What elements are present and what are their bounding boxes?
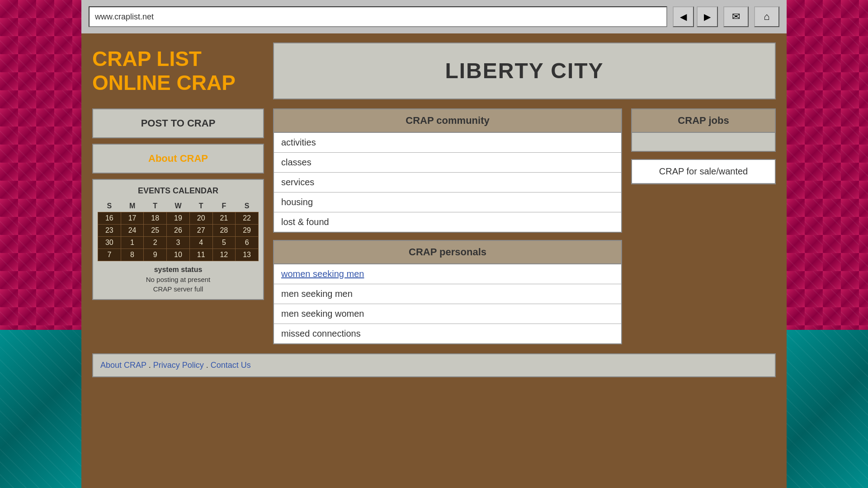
- link-classes[interactable]: classes: [274, 153, 621, 173]
- cal-cell[interactable]: 21: [212, 212, 236, 224]
- cal-cell[interactable]: 8: [121, 249, 144, 261]
- system-status-label: system status: [98, 266, 259, 274]
- table-row: 16 17 18 19 20 21 22: [98, 212, 259, 224]
- cal-cell[interactable]: 10: [167, 249, 190, 261]
- cal-day-w: W: [167, 200, 190, 212]
- right-spacer: [631, 192, 776, 344]
- jobs-spacer: [632, 133, 775, 151]
- about-button[interactable]: About CRAP: [92, 144, 264, 174]
- system-status-msg1: No posting at present: [98, 276, 259, 283]
- link-men-seeking-men[interactable]: men seeking men: [274, 284, 621, 304]
- link-lost-found[interactable]: lost & found: [274, 212, 621, 232]
- cal-cell[interactable]: 17: [121, 212, 144, 224]
- cal-cell[interactable]: 24: [121, 224, 144, 236]
- bg-bottom-right-panel: [787, 330, 868, 488]
- table-row: 7 8 9 10 11 12 13: [98, 249, 259, 261]
- cal-day-s2: S: [236, 200, 259, 212]
- cal-cell[interactable]: 6: [236, 236, 259, 249]
- bg-bottom-left-panel: [0, 330, 81, 488]
- cal-cell[interactable]: 12: [212, 249, 236, 261]
- personals-links: women seeking men men seeking men men se…: [274, 264, 621, 343]
- cal-cell[interactable]: 27: [189, 224, 212, 236]
- cal-cell[interactable]: 13: [236, 249, 259, 261]
- cal-day-t1: T: [144, 200, 167, 212]
- cal-cell[interactable]: 7: [98, 249, 121, 261]
- footer-about-link[interactable]: About CRAP: [100, 361, 146, 370]
- center-column: CRAP community activities classes servic…: [273, 108, 622, 344]
- link-services[interactable]: services: [274, 173, 621, 192]
- community-header: CRAP community: [274, 109, 621, 133]
- cal-cell[interactable]: 1: [121, 236, 144, 249]
- cal-cell[interactable]: 23: [98, 224, 121, 236]
- back-button[interactable]: ◀: [673, 6, 694, 27]
- cal-cell[interactable]: 4: [189, 236, 212, 249]
- footer-sep2: .: [206, 361, 211, 370]
- link-men-seeking-women[interactable]: men seeking women: [274, 304, 621, 324]
- forsale-section: CRAP for sale/wanted: [631, 159, 776, 184]
- link-missed-connections[interactable]: missed connections: [274, 324, 621, 343]
- forsale-link[interactable]: CRAP for sale/wanted: [632, 160, 775, 183]
- cal-cell[interactable]: 30: [98, 236, 121, 249]
- main-grid: POST TO CRAP About CRAP EVENTS CALENDAR …: [92, 108, 776, 344]
- calendar-table: S M T W T F S 16 17 18: [98, 200, 259, 261]
- cal-day-s1: S: [98, 200, 121, 212]
- jobs-section: CRAP jobs: [631, 108, 776, 152]
- link-women-seeking-men[interactable]: women seeking men: [274, 264, 621, 284]
- city-name: LIBERTY CITY: [445, 58, 604, 83]
- table-row: 30 1 2 3 4 5 6: [98, 236, 259, 249]
- cal-cell[interactable]: 22: [236, 212, 259, 224]
- table-row: 23 24 25 26 27 28 29: [98, 224, 259, 236]
- address-bar[interactable]: [89, 6, 667, 27]
- browser-toolbar: ◀ ▶ ✉ ⌂: [81, 0, 787, 34]
- personals-section: CRAP personals women seeking men men see…: [273, 240, 622, 344]
- calendar-section: EVENTS CALENDAR S M T W T F S: [92, 179, 264, 300]
- cal-cell[interactable]: 16: [98, 212, 121, 224]
- post-button[interactable]: POST TO CRAP: [92, 108, 264, 138]
- home-button[interactable]: ⌂: [754, 6, 779, 27]
- email-button[interactable]: ✉: [723, 6, 749, 27]
- forward-button[interactable]: ▶: [697, 6, 718, 27]
- link-activities[interactable]: activities: [274, 133, 621, 153]
- cal-cell[interactable]: 5: [212, 236, 236, 249]
- calendar-title: EVENTS CALENDAR: [98, 186, 259, 196]
- cal-cell[interactable]: 18: [144, 212, 167, 224]
- footer-bar: About CRAP . Privacy Policy . Contact Us: [92, 353, 776, 377]
- site-title-text: CRAP LIST ONLINE CRAP: [92, 47, 264, 95]
- cal-day-t2: T: [189, 200, 212, 212]
- footer-contact-link[interactable]: Contact Us: [211, 361, 251, 370]
- cal-cell[interactable]: 2: [144, 236, 167, 249]
- personals-header: CRAP personals: [274, 241, 621, 264]
- cal-cell[interactable]: 3: [167, 236, 190, 249]
- jobs-header: CRAP jobs: [632, 109, 775, 133]
- nav-buttons: ◀ ▶: [673, 6, 718, 27]
- city-header: LIBERTY CITY: [273, 42, 776, 99]
- header-section: CRAP LIST ONLINE CRAP LIBERTY CITY: [92, 42, 776, 99]
- cal-cell[interactable]: 9: [144, 249, 167, 261]
- footer-privacy-link[interactable]: Privacy Policy: [153, 361, 204, 370]
- site-title: CRAP LIST ONLINE CRAP: [92, 42, 264, 99]
- system-status-msg2: CRAP server full: [98, 285, 259, 293]
- cal-day-m: M: [121, 200, 144, 212]
- cal-day-f: F: [212, 200, 236, 212]
- cal-cell[interactable]: 29: [236, 224, 259, 236]
- cal-cell[interactable]: 25: [144, 224, 167, 236]
- community-links: activities classes services housing lost…: [274, 133, 621, 232]
- footer-sep1: .: [149, 361, 153, 370]
- cal-cell[interactable]: 28: [212, 224, 236, 236]
- cal-cell[interactable]: 26: [167, 224, 190, 236]
- community-section: CRAP community activities classes servic…: [273, 108, 622, 233]
- right-column: CRAP jobs CRAP for sale/wanted: [631, 108, 776, 344]
- cal-cell[interactable]: 11: [189, 249, 212, 261]
- left-column: POST TO CRAP About CRAP EVENTS CALENDAR …: [92, 108, 264, 344]
- link-housing[interactable]: housing: [274, 192, 621, 212]
- main-content: CRAP LIST ONLINE CRAP LIBERTY CITY POST …: [81, 33, 787, 488]
- cal-cell[interactable]: 20: [189, 212, 212, 224]
- cal-cell[interactable]: 19: [167, 212, 190, 224]
